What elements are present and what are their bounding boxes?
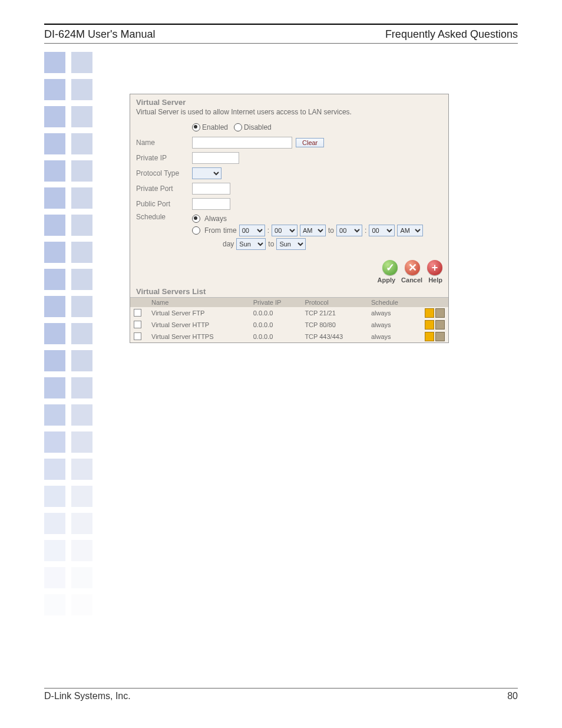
private-port-input[interactable] — [192, 183, 230, 195]
from-ampm-select[interactable]: AM — [300, 225, 326, 236]
label-enabled: Enabled — [202, 123, 228, 131]
header-section: Frequently Asked Questions — [385, 28, 518, 41]
row-checkbox[interactable] — [134, 321, 141, 328]
virtual-servers-table: Name Private IP Protocol Schedule Virtua… — [130, 297, 448, 342]
apply-button[interactable]: ✓ — [382, 260, 398, 275]
cancel-button[interactable]: ✕ — [405, 260, 420, 275]
col-name: Name — [148, 298, 250, 308]
label-to-time: to — [328, 226, 334, 235]
radio-disabled[interactable] — [234, 123, 242, 131]
to-min-select[interactable]: 00 — [369, 225, 395, 236]
to-hour-select[interactable]: 00 — [336, 225, 362, 236]
cancel-label: Cancel — [401, 276, 422, 284]
col-sched: Schedule — [368, 298, 418, 308]
radio-enabled[interactable] — [192, 123, 200, 131]
label-disabled: Disabled — [244, 123, 272, 131]
panel-description: Virtual Server is used to allow Internet… — [136, 108, 442, 116]
label-always: Always — [204, 215, 227, 223]
label-time: time — [223, 226, 237, 235]
virtual-server-panel: Virtual Server Virtual Server is used to… — [130, 94, 449, 343]
edit-icon[interactable] — [425, 332, 434, 341]
label-protocol-type: Protocol Type — [136, 169, 192, 177]
name-input[interactable] — [192, 137, 292, 149]
label-private-port: Private Port — [136, 185, 192, 193]
radio-always[interactable] — [192, 215, 200, 223]
side-decoration — [44, 52, 100, 621]
list-title: Virtual Servers List — [136, 287, 448, 296]
label-from: From — [204, 226, 221, 235]
table-row: Virtual Server HTTPS 0.0.0.0 TCP 443/443… — [130, 331, 448, 342]
page-number: 80 — [507, 691, 518, 701]
radio-from[interactable] — [192, 226, 200, 235]
clear-button[interactable]: Clear — [296, 138, 324, 147]
public-port-input[interactable] — [192, 198, 230, 210]
label-schedule: Schedule — [136, 213, 192, 221]
manual-title: DI-624M User's Manual — [44, 28, 156, 41]
to-ampm-select[interactable]: AM — [397, 225, 423, 236]
label-name: Name — [136, 139, 192, 147]
apply-label: Apply — [378, 276, 396, 284]
protocol-type-select[interactable] — [192, 167, 222, 179]
delete-icon[interactable] — [435, 308, 445, 318]
day-to-select[interactable]: Sun — [276, 238, 306, 250]
from-min-select[interactable]: 00 — [272, 225, 297, 236]
from-hour-select[interactable]: 00 — [239, 225, 265, 236]
edit-icon[interactable] — [425, 308, 434, 318]
label-day: day — [223, 240, 234, 248]
delete-icon[interactable] — [435, 332, 445, 341]
row-checkbox[interactable] — [134, 309, 141, 317]
footer-company: D-Link Systems, Inc. — [44, 691, 131, 701]
edit-icon[interactable] — [425, 320, 434, 330]
label-public-port: Public Port — [136, 200, 192, 208]
private-ip-input[interactable] — [192, 152, 239, 164]
table-row: Virtual Server HTTP 0.0.0.0 TCP 80/80 al… — [130, 319, 448, 331]
label-to-day: to — [268, 240, 274, 248]
panel-title: Virtual Server — [136, 98, 442, 107]
help-label: Help — [428, 276, 442, 284]
delete-icon[interactable] — [435, 320, 445, 330]
col-proto: Protocol — [301, 298, 368, 308]
help-button[interactable]: + — [427, 260, 442, 275]
label-private-ip: Private IP — [136, 154, 192, 162]
row-checkbox[interactable] — [134, 332, 141, 340]
table-row: Virtual Server FTP 0.0.0.0 TCP 21/21 alw… — [130, 307, 448, 319]
col-ip: Private IP — [250, 298, 302, 308]
day-from-select[interactable]: Sun — [236, 238, 266, 250]
